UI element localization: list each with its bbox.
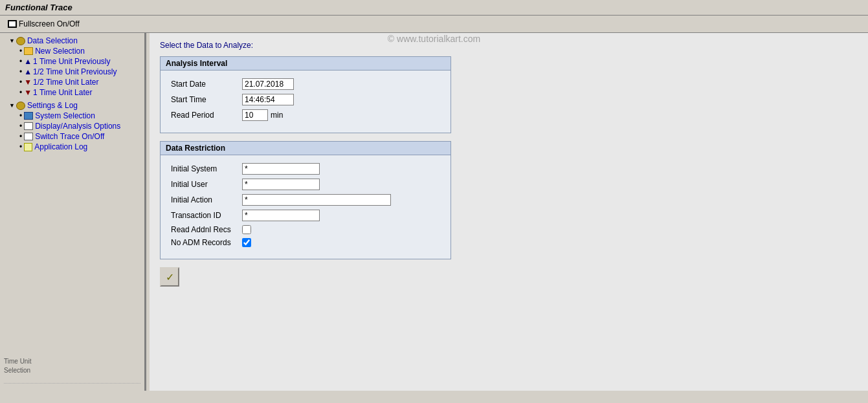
no-adm-records-label: No ADM Records [171,238,242,247]
sidebar-item-data-selection[interactable]: ▼ Data Selection [0,36,144,46]
display-analysis-icon [24,122,33,130]
data-restriction-panel: Data Restriction Initial System Initial … [160,141,451,259]
sidebar-item-settings-log[interactable]: ▼ Settings & Log [0,100,144,111]
sidebar-item-switch-trace-label: Switch Trace On/Off [35,132,104,141]
bullet-icon: • [19,111,22,120]
data-restriction-header: Data Restriction [161,142,451,155]
sidebar-item-half-time-unit-later[interactable]: • ▼ 1/2 Time Unit Later [0,77,144,87]
title-bar: Functional Trace [0,0,868,16]
initial-system-input[interactable] [242,163,320,175]
switch-trace-icon [24,133,33,140]
sidebar-footer-divider [4,383,140,386]
bullet-icon: • [19,132,22,141]
initial-system-row: Initial System [171,163,440,175]
read-period-input[interactable] [242,109,268,121]
selection-label: Selection [4,367,30,374]
start-time-row: Start Time [171,94,440,105]
transaction-id-input[interactable] [242,210,320,221]
sidebar-item-data-selection-label: Data Selection [27,36,78,45]
no-adm-records-checkbox[interactable] [242,238,251,247]
sidebar-item-half-time-unit-prev-label: 1/2 Time Unit Previously [33,67,117,76]
read-period-unit: min [271,111,283,120]
sidebar: ▼ Data Selection • New Selection • ▲ 1 T… [0,33,146,391]
settings-log-icon [16,102,25,110]
app-title: Functional Trace [5,3,72,12]
execute-button[interactable]: ✓ [160,267,179,287]
arrow-down-icon: ▼ [24,78,32,87]
bullet-icon: • [19,57,22,66]
sidebar-item-application-log[interactable]: • Application Log [0,142,144,152]
read-addnl-recs-row: Read Addnl Recs [171,225,440,234]
start-date-label: Start Date [171,80,242,89]
sidebar-item-switch-trace[interactable]: • Switch Trace On/Off [0,131,144,142]
sidebar-item-1-time-unit-prev[interactable]: • ▲ 1 Time Unit Previously [0,56,144,67]
read-period-row: Read Period min [171,109,440,121]
content-area: Select the Data to Analyze: Analysis Int… [150,33,868,391]
sidebar-item-display-analysis-label: Display/Analysis Options [35,122,120,131]
read-addnl-recs-checkbox[interactable] [242,225,251,234]
bullet-icon: • [19,88,22,97]
read-period-label: Read Period [171,111,242,120]
no-adm-records-row: No ADM Records [171,238,440,247]
read-addnl-recs-label: Read Addnl Recs [171,225,242,234]
bullet-icon: • [19,142,22,151]
application-log-icon [24,143,32,151]
initial-action-input[interactable] [242,194,391,206]
start-date-input[interactable] [242,78,294,90]
bullet-icon: • [19,67,22,76]
bullet-icon: • [19,78,22,87]
sidebar-item-new-selection-label: New Selection [35,47,85,56]
sidebar-item-half-time-unit-later-label: 1/2 Time Unit Later [33,78,98,87]
start-time-label: Start Time [171,95,242,104]
system-selection-icon [24,112,33,120]
arrow-up-icon-2: ▲ [24,67,32,76]
initial-system-label: Initial System [171,164,242,173]
fullscreen-button[interactable]: Fullscreen On/Off [5,18,82,30]
initial-user-row: Initial User [171,179,440,190]
sidebar-item-settings-log-label: Settings & Log [27,101,78,110]
initial-action-label: Initial Action [171,195,242,204]
transaction-id-row: Transaction ID [171,210,440,221]
fullscreen-label: Fullscreen On/Off [19,19,80,28]
transaction-id-label: Transaction ID [171,211,242,220]
toolbar: Fullscreen On/Off [0,16,868,33]
bullet-icon: • [19,122,22,131]
start-time-input[interactable] [242,94,294,105]
sidebar-item-system-selection[interactable]: • System Selection [0,111,144,121]
content-heading: Select the Data to Analyze: [160,41,858,50]
initial-user-label: Initial User [171,180,242,189]
sidebar-item-display-analysis[interactable]: • Display/Analysis Options [0,121,144,131]
main-container: ▼ Data Selection • New Selection • ▲ 1 T… [0,33,868,391]
analysis-interval-header: Analysis Interval [161,57,451,71]
sidebar-item-system-selection-label: System Selection [35,111,95,120]
sidebar-item-half-time-unit-prev[interactable]: • ▲ 1/2 Time Unit Previously [0,67,144,77]
toggle-settings-log: ▼ [9,102,15,109]
arrow-up-icon: ▲ [24,57,32,66]
fullscreen-icon [8,20,17,28]
sidebar-item-new-selection[interactable]: • New Selection [0,46,144,56]
initial-user-input[interactable] [242,179,320,190]
analysis-interval-body: Start Date Start Time Read Period min [161,71,451,133]
sidebar-item-1-time-unit-prev-label: 1 Time Unit Previously [33,57,110,66]
toggle-data-selection: ▼ [9,38,15,44]
data-selection-icon [16,37,25,45]
bullet-icon: • [19,47,22,56]
time-unit-label: Time Unit [4,358,31,365]
new-selection-icon [24,47,33,55]
sidebar-item-1-time-unit-later-label: 1 Time Unit Later [33,88,92,97]
execute-icon: ✓ [166,271,174,283]
data-restriction-body: Initial System Initial User Initial Acti… [161,155,451,259]
initial-action-row: Initial Action [171,194,440,206]
sidebar-item-1-time-unit-later[interactable]: • ▼ 1 Time Unit Later [0,87,144,98]
sidebar-item-application-log-label: Application Log [34,142,87,151]
arrow-down-icon-2: ▼ [24,88,32,97]
analysis-interval-panel: Analysis Interval Start Date Start Time … [160,56,451,133]
start-date-row: Start Date [171,78,440,90]
